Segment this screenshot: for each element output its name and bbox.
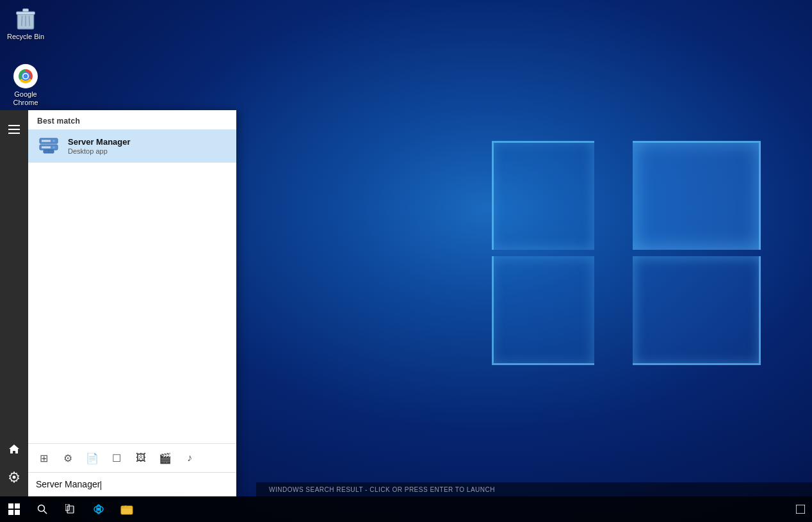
- svg-rect-2: [23, 9, 29, 12]
- filter-documents-icon[interactable]: 📄: [83, 449, 101, 467]
- taskbar: [0, 496, 812, 522]
- svg-rect-13: [8, 133, 20, 134]
- bottom-hint-text: WINDOWS SEARCH RESULT - CLICK OR PRESS E…: [269, 486, 495, 493]
- filter-bar: ⊞ ⚙ 📄 ☐ 🖼 🎬 ♪: [28, 443, 236, 472]
- svg-rect-35: [796, 505, 805, 514]
- server-manager-title: Server Manager: [68, 137, 131, 147]
- search-cursor: [101, 481, 101, 490]
- taskbar-tray: [789, 496, 812, 522]
- taskbar-ie-button[interactable]: [85, 496, 113, 522]
- win-panel-tl: [492, 141, 594, 250]
- svg-point-33: [97, 508, 101, 511]
- svg-rect-24: [15, 503, 20, 509]
- recycle-bin-icon: [13, 6, 38, 31]
- filter-web-icon[interactable]: ☐: [108, 449, 126, 467]
- filter-settings-icon[interactable]: ⚙: [59, 449, 77, 467]
- win-panel-bl: [492, 256, 594, 365]
- server-manager-subtitle: Desktop app: [68, 147, 131, 155]
- search-result-server-manager[interactable]: Server Manager Desktop app: [28, 129, 236, 163]
- taskbar-explorer-button[interactable]: [113, 496, 141, 522]
- start-sidebar: [0, 110, 28, 496]
- svg-rect-12: [8, 129, 20, 130]
- taskbar-task-view-button[interactable]: [56, 496, 85, 522]
- svg-rect-11: [8, 125, 20, 126]
- best-match-label: Best match: [28, 110, 236, 129]
- svg-rect-19: [42, 140, 51, 142]
- filter-photos-icon[interactable]: 🖼: [132, 449, 150, 467]
- svg-rect-20: [42, 147, 51, 149]
- svg-line-5: [29, 16, 29, 26]
- recycle-bin-label: Recycle Bin: [7, 33, 44, 41]
- bottom-hint-bar: WINDOWS SEARCH RESULT - CLICK OR PRESS E…: [256, 482, 812, 496]
- search-input-text: Server Manager: [36, 479, 229, 489]
- svg-rect-30: [67, 506, 74, 513]
- svg-point-10: [24, 74, 28, 79]
- svg-line-3: [22, 16, 22, 26]
- tray-show-desktop[interactable]: [794, 496, 807, 522]
- filter-music-icon[interactable]: ♪: [181, 449, 199, 467]
- sidebar-settings[interactable]: [1, 464, 27, 490]
- recycle-bin-desktop-icon[interactable]: Recycle Bin: [3, 3, 48, 44]
- svg-rect-26: [15, 510, 20, 515]
- chrome-label: Google Chrome: [6, 90, 45, 107]
- svg-line-28: [44, 510, 47, 514]
- chrome-desktop-icon[interactable]: Google Chrome: [3, 61, 48, 110]
- start-search-panel: Best match Server Manager Desktop app ⊞ …: [28, 110, 236, 496]
- svg-rect-1: [17, 12, 35, 15]
- svg-point-14: [13, 476, 16, 479]
- server-manager-result-text: Server Manager Desktop app: [68, 137, 131, 155]
- svg-point-18: [53, 147, 55, 149]
- filter-apps-icon[interactable]: ⊞: [35, 449, 53, 467]
- taskbar-search-button[interactable]: [28, 496, 56, 522]
- search-value: Server Manager: [36, 479, 100, 489]
- search-panel-body: [28, 163, 236, 443]
- chrome-icon: [13, 63, 38, 89]
- svg-rect-25: [8, 510, 13, 515]
- win-panel-tr: [633, 141, 761, 250]
- svg-rect-23: [8, 503, 13, 509]
- sidebar-home[interactable]: [1, 436, 27, 462]
- filter-video-icon[interactable]: 🎬: [156, 449, 174, 467]
- taskbar-start-button[interactable]: [0, 496, 28, 522]
- svg-point-17: [53, 140, 55, 142]
- windows-logo-light: [364, 64, 812, 448]
- search-input-bar[interactable]: Server Manager: [28, 472, 236, 496]
- win-panel-br: [633, 256, 761, 365]
- server-manager-result-icon: [37, 135, 60, 158]
- sidebar-hamburger[interactable]: [1, 117, 27, 142]
